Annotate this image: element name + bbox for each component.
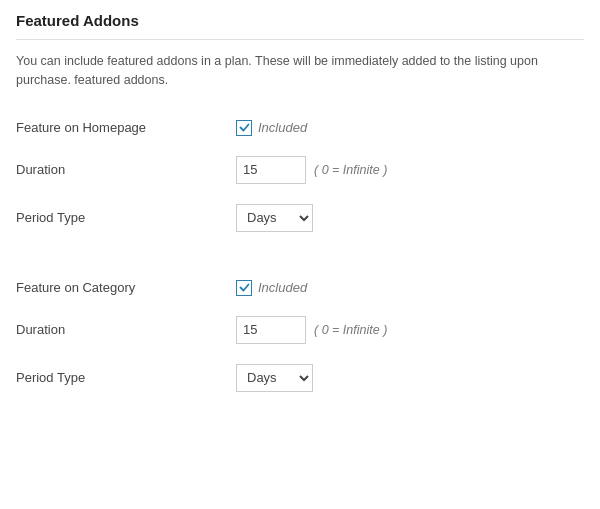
category-section: Feature on Category Included Duration ( … [16,270,584,402]
category-infinite-hint: ( 0 = Infinite ) [314,323,387,337]
feature-category-checkbox[interactable] [236,280,252,296]
homepage-duration-value: ( 0 = Infinite ) [236,156,387,184]
category-period-row: Period Type Days Weeks Months Years [16,354,584,402]
homepage-period-label: Period Type [16,210,236,225]
category-duration-input[interactable] [236,316,306,344]
feature-homepage-label: Feature on Homepage [16,120,236,135]
category-duration-row: Duration ( 0 = Infinite ) [16,306,584,354]
feature-homepage-checkbox[interactable] [236,120,252,136]
category-duration-label: Duration [16,322,236,337]
homepage-period-row: Period Type Days Weeks Months Years [16,194,584,242]
feature-category-checkbox-wrapper: Included [236,280,307,296]
feature-category-included-label: Included [258,280,307,295]
homepage-infinite-hint: ( 0 = Infinite ) [314,163,387,177]
category-period-value: Days Weeks Months Years [236,364,313,392]
section-divider [16,250,584,270]
category-duration-value: ( 0 = Infinite ) [236,316,387,344]
feature-homepage-included-label: Included [258,120,307,135]
category-period-label: Period Type [16,370,236,385]
checkmark-icon [239,122,250,133]
homepage-duration-row: Duration ( 0 = Infinite ) [16,146,584,194]
feature-category-row: Feature on Category Included [16,270,584,306]
page-container: Featured Addons You can include featured… [0,0,600,422]
homepage-period-select[interactable]: Days Weeks Months Years [236,204,313,232]
homepage-period-value: Days Weeks Months Years [236,204,313,232]
feature-homepage-value: Included [236,120,307,136]
homepage-duration-label: Duration [16,162,236,177]
page-title: Featured Addons [16,12,584,40]
feature-homepage-checkbox-wrapper: Included [236,120,307,136]
homepage-section: Feature on Homepage Included Duration ( … [16,110,584,242]
feature-homepage-row: Feature on Homepage Included [16,110,584,146]
page-description: You can include featured addons in a pla… [16,52,584,90]
category-period-select[interactable]: Days Weeks Months Years [236,364,313,392]
feature-category-value: Included [236,280,307,296]
feature-category-label: Feature on Category [16,280,236,295]
homepage-duration-input[interactable] [236,156,306,184]
checkmark-icon-cat [239,282,250,293]
